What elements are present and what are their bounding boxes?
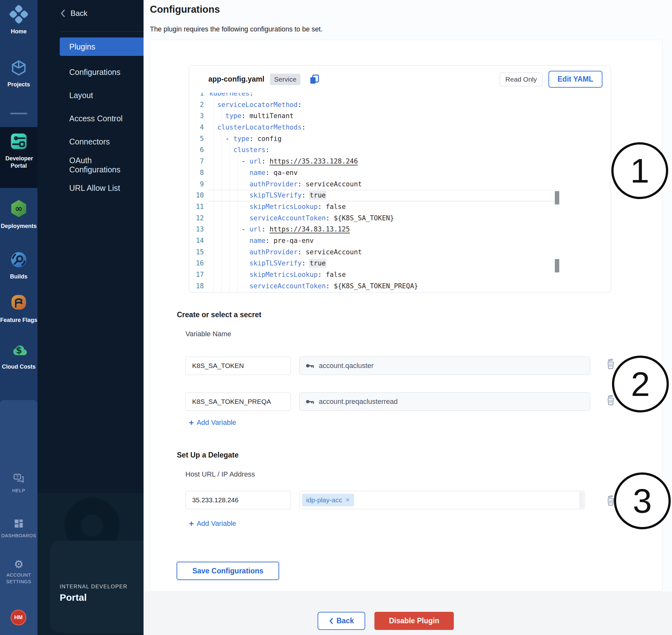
sidebar-item-account-settings[interactable]: ⚙ ACCOUNT SETTINGS [0,559,38,585]
left-rail: Home Projects Developer Portal [0,0,38,635]
user-avatar[interactable]: HM [10,610,26,626]
code-text: serviceLocatorMethod: [209,100,302,111]
read-only-badge: Read Only [500,72,542,86]
delegate-tags-field[interactable]: idp-play-acc✕ [299,491,585,509]
key-icon [305,361,315,370]
code-text: kubernetes: [209,93,254,100]
host-url-input[interactable]: 35.233.128.246 [186,491,291,509]
sidebar-item-dashboards[interactable]: DASHBOARDS [0,518,38,539]
scrollbar-mark[interactable] [555,191,559,204]
chevron-left-icon [60,9,66,18]
sidebar-item-label: Cloud Costs [0,363,38,371]
plus-icon: + [189,419,194,426]
edit-yaml-button[interactable]: Edit YAML [548,71,603,88]
line-number: 3 [189,110,209,122]
sidebar-item-home[interactable]: Home [0,4,38,35]
code-line[interactable]: 7 - url: https://35.233.128.246 [189,156,611,167]
code-line[interactable]: 13 - url: https://34.83.13.125 [189,224,611,235]
svg-text:?: ? [16,475,19,479]
scrollbar-mark[interactable] [555,259,559,272]
sidebar-item-developer-portal[interactable]: Developer Portal [0,131,38,170]
variable-name-value: K8S_SA_TOKEN [192,362,244,370]
host-url-value: 35.233.128.246 [192,496,239,504]
add-variable-button[interactable]: + Add Variable [189,520,236,528]
disable-plugin-button[interactable]: Disable Plugin [374,612,454,630]
back-button[interactable]: Back [318,612,365,630]
code-line[interactable]: 15 authProvider: serviceAccount [189,247,611,258]
save-configurations-button[interactable]: Save Configurations [177,562,279,580]
code-line[interactable]: 12 serviceAccountToken: ${K8S_SA_TOKEN} [189,213,611,224]
code-line[interactable]: 10 skipTLSVerify: true [189,190,611,201]
code-text: clusters: [209,145,269,156]
delegate-tag-chip[interactable]: idp-play-acc✕ [302,494,354,506]
builds-icon [9,250,28,269]
code-text: - type: config [209,133,282,145]
subnav-item-connectors[interactable]: Connectors [38,130,144,153]
sidebar-item-cloud-costs[interactable]: $ Cloud Costs [0,341,38,371]
subnav-item-configurations[interactable]: Configurations [38,61,144,84]
subnav-item-plugins[interactable]: Plugins [60,38,144,56]
variable-name-input[interactable]: K8S_SA_TOKEN_PREQA [186,392,291,411]
code-text: - url: https://35.233.128.246 [209,156,358,167]
add-variable-label: Add Variable [197,418,236,427]
copy-icon[interactable] [309,74,320,85]
projects-cube-icon [9,59,28,77]
yaml-card: app-config.yaml Service Read Only Edit Y… [189,65,611,292]
code-text: serviceAccountToken: ${K8S_SA_TOKEN_PREQ… [209,281,418,292]
code-line[interactable]: 14 name: pre-qa-env [189,235,611,247]
rail-section-modules: ∞ Deployments Builds Feature Flags [0,188,38,400]
secret-section-title: Create or select a secret [177,310,261,319]
code-line[interactable]: 2 serviceLocatorMethod: [189,100,611,111]
sidebar-item-deployments[interactable]: ∞ Deployments [0,198,38,230]
subnav-item-access-control[interactable]: Access Control [38,107,144,130]
line-number: 18 [189,281,209,292]
sidebar-item-feature-flags[interactable]: Feature Flags [0,294,38,324]
rail-section-bottom: ? HELP DASHBOARDS ⚙ ACCOUNT SETTINGS [0,400,38,635]
code-line[interactable]: 1kubernetes: [189,93,611,100]
rail-collapse-handle[interactable] [10,113,27,114]
yaml-editor[interactable]: 1kubernetes:2 serviceLocatorMethod:3 typ… [189,93,611,292]
code-text: skipTLSVerify: true [209,258,326,269]
subnav-item-oauth-configurations[interactable]: OAuth Configurations [38,153,144,177]
code-line[interactable]: 11 skipMetricsLookup: false [189,201,611,213]
rail-section-active-module: Developer Portal [0,127,38,188]
code-text: name: pre-qa-env [209,235,314,247]
sidebar-item-help[interactable]: ? HELP [0,473,38,494]
sidebar-item-label: Home [0,28,38,35]
deployments-icon: ∞ [8,198,29,219]
delete-variable-button[interactable] [606,395,615,406]
sidebar-item-projects[interactable]: Projects [0,59,38,88]
line-number: 13 [189,224,209,235]
sidebar-item-builds[interactable]: Builds [0,250,38,280]
back-label: Back [70,9,87,18]
code-line[interactable]: 17 skipMetricsLookup: false [189,269,611,281]
subnav-item-layout[interactable]: Layout [38,84,144,107]
annotation-number: 1 [630,151,649,191]
sidebar-item-label: Projects [0,81,38,88]
code-line[interactable]: 3 type: multiTenant [189,110,611,122]
code-link: https://35.233.128.246 [269,157,358,165]
sidebar-item-label: HELP [0,487,38,494]
line-number: 10 [189,190,209,201]
code-line[interactable]: 18 serviceAccountToken: ${K8S_SA_TOKEN_P… [189,281,611,292]
line-number: 2 [189,100,209,111]
code-line[interactable]: 6 clusters: [189,145,611,156]
code-line[interactable]: 5 - type: config [189,133,611,145]
code-line[interactable]: 4 clusterLocatorMethods: [189,122,611,133]
secret-select-field[interactable]: account.preqaclusterread [299,392,590,411]
subnav-item-url-allow-list[interactable]: URL Allow List [38,177,144,200]
annotation-circle-1: 1 [611,142,668,199]
secret-value: account.preqaclusterread [319,397,397,406]
code-line[interactable]: 8 name: qa-env [189,167,611,179]
sidebar-item-label: Builds [0,273,38,280]
feature-flags-icon [9,294,28,313]
subnav-back-button[interactable]: Back [60,9,87,18]
add-variable-button[interactable]: + Add Variable [189,418,236,427]
delete-variable-button[interactable] [606,359,615,370]
line-number: 12 [189,213,209,224]
code-line[interactable]: 16 skipTLSVerify: true [189,258,611,269]
remove-tag-icon[interactable]: ✕ [345,497,350,504]
variable-name-input[interactable]: K8S_SA_TOKEN [186,356,291,375]
code-line[interactable]: 9 authProvider: serviceAccount [189,179,611,190]
secret-select-field[interactable]: account.qacluster [299,356,590,375]
